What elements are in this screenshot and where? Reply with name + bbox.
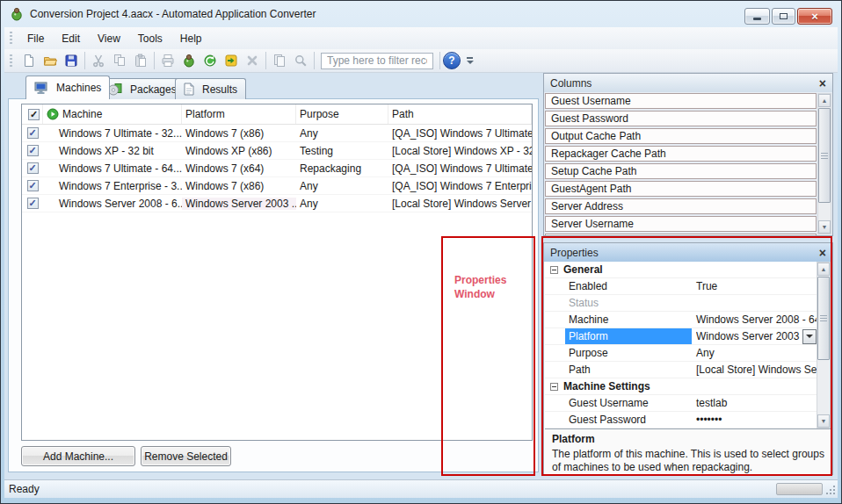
column-header-platform[interactable]: Platform [182, 104, 296, 124]
minimize-icon [753, 18, 761, 20]
scrollbar-thumb[interactable] [817, 277, 830, 360]
column-chip[interactable]: Server Address [545, 198, 817, 214]
property-row-status: Status [545, 295, 831, 312]
property-row-guest-password[interactable]: Guest Password ••••••• [545, 412, 831, 428]
close-button[interactable]: × [797, 8, 832, 25]
app-icon [10, 7, 24, 21]
table-row[interactable]: ✓ Windows 7 Ultimate - 64... Windows 7 (… [22, 160, 532, 177]
cell-path: [QA_ISO] Windows 7 Enterprise... [388, 180, 532, 192]
cell-platform: Windows 7 (x86) [182, 127, 296, 140]
column-chip[interactable]: Server Username [545, 216, 817, 232]
property-row-path[interactable]: Path [Local Store] Windows Ser [545, 362, 831, 378]
close-icon: × [811, 11, 818, 22]
chevron-down-icon [467, 61, 474, 64]
scroll-up-icon[interactable]: ▲ [818, 94, 831, 107]
status-bar: Ready [4, 479, 838, 498]
maximize-button[interactable] [772, 8, 795, 25]
cell-platform: Windows 7 (x64) [182, 162, 296, 175]
property-row-enabled[interactable]: Enabled True [545, 278, 831, 295]
column-chip[interactable]: Guest Username [545, 93, 817, 109]
cell-machine: Windows 7 Ultimate - 32... [43, 127, 182, 140]
title-bar: Conversion Project 4.aacx - Automated Ap… [1, 1, 841, 27]
properties-panel-title: Properties [550, 247, 599, 259]
cell-path: [QA_ISO] Windows 7 Ultimate ... [388, 127, 532, 140]
row-checkbox[interactable]: ✓ [27, 198, 39, 209]
group-machine-settings[interactable]: Machine Settings [545, 378, 831, 395]
platform-value: Windows Server 2003 R [696, 330, 802, 342]
toolbar-gripper[interactable] [10, 54, 12, 68]
columns-panel: Columns × Guest Username Guest Password … [543, 73, 833, 236]
tab-machines[interactable]: Machines [25, 76, 110, 99]
packages-tab-icon [108, 83, 122, 96]
column-chip[interactable]: Setup Cache Path [545, 163, 817, 179]
cell-platform: Windows XP (x86) [182, 145, 296, 157]
scrollbar-thumb[interactable] [818, 108, 831, 203]
toolbar-separator [439, 52, 440, 69]
columns-scrollbar[interactable]: ▲ ▼ [817, 93, 831, 234]
start-conversion-icon[interactable] [178, 51, 200, 70]
columns-panel-title: Columns [550, 77, 592, 90]
properties-scrollbar[interactable]: ▲ ▼ [817, 262, 831, 428]
scroll-down-icon[interactable]: ▼ [817, 414, 830, 428]
row-checkbox[interactable]: ✓ [27, 145, 39, 156]
close-icon[interactable]: × [819, 247, 826, 259]
table-row[interactable]: ✓ Windows 7 Enterprise - 3... Windows 7 … [22, 177, 532, 195]
properties-panel-header: Properties × [544, 243, 832, 262]
toolbar-overflow-button[interactable] [464, 51, 475, 70]
property-row-purpose[interactable]: Purpose Any [545, 345, 831, 362]
maximize-icon [780, 13, 788, 19]
row-checkbox[interactable]: ✓ [27, 180, 39, 191]
property-row-platform[interactable]: Platform Windows Server 2003 R [545, 328, 831, 345]
machine-list: ✓ Machine Platform Purpose Path ✓ Window… [21, 104, 533, 441]
property-row-guest-username[interactable]: Guest Username testlab [545, 395, 831, 412]
open-project-icon[interactable] [40, 51, 61, 70]
scroll-up-icon[interactable]: ▲ [817, 263, 830, 276]
filter-input[interactable] [321, 53, 433, 69]
help-icon[interactable]: ? [443, 52, 461, 69]
power-state-icon [47, 108, 59, 120]
resize-grip[interactable] [826, 486, 835, 494]
collapse-icon[interactable] [550, 266, 558, 274]
toolbar-separator [314, 52, 315, 69]
tab-packages[interactable]: Packages [99, 78, 185, 99]
collapse-icon[interactable] [550, 383, 558, 391]
progress-placeholder [776, 483, 823, 495]
column-header-path[interactable]: Path [388, 104, 532, 124]
platform-dropdown-button[interactable] [802, 329, 817, 344]
add-machine-button[interactable]: Add Machine... [21, 446, 135, 466]
group-general[interactable]: General [545, 262, 831, 278]
run-to-icon[interactable] [221, 51, 242, 70]
remove-selected-button[interactable]: Remove Selected [141, 446, 231, 466]
column-chip[interactable]: GuestAgent Path [545, 181, 817, 197]
save-project-icon[interactable] [61, 51, 82, 70]
menubar-gripper[interactable] [10, 32, 12, 45]
column-chip[interactable]: Repackager Cache Path [545, 146, 817, 162]
refresh-icon[interactable] [200, 51, 221, 70]
property-row-machine[interactable]: Machine Windows Server 2008 - 64 [545, 312, 831, 328]
column-chip[interactable]: Guest Password [545, 111, 817, 126]
column-chip[interactable]: Output Cache Path [545, 128, 817, 144]
new-project-icon[interactable] [18, 51, 40, 70]
tab-results[interactable]: Results [175, 78, 246, 99]
minimize-button[interactable] [744, 8, 770, 25]
table-row[interactable]: ✓ Windows 7 Ultimate - 32... Windows 7 (… [22, 125, 532, 142]
menu-help[interactable]: Help [171, 30, 211, 47]
column-header-machine[interactable]: Machine [43, 104, 182, 124]
menu-edit[interactable]: Edit [53, 30, 89, 47]
close-icon[interactable]: × [819, 77, 826, 90]
row-checkbox[interactable]: ✓ [27, 127, 39, 139]
column-header-purpose[interactable]: Purpose [296, 104, 388, 124]
menu-view[interactable]: View [89, 30, 129, 47]
table-row[interactable]: ✓ Windows Server 2008 - 6... Windows Ser… [22, 195, 532, 212]
menu-tools[interactable]: Tools [129, 30, 171, 47]
menu-file[interactable]: File [18, 30, 53, 47]
row-checkbox[interactable]: ✓ [27, 162, 39, 174]
column-chip[interactable]: Server Password [545, 234, 817, 235]
cell-purpose: Any [296, 180, 388, 192]
select-all-checkbox[interactable]: ✓ [22, 104, 43, 124]
property-description-title: Platform [552, 433, 824, 445]
toolbar-separator [154, 52, 155, 69]
scroll-down-icon[interactable]: ▼ [818, 220, 831, 234]
property-description: Platform The platform of this machine. T… [545, 428, 831, 473]
table-row[interactable]: ✓ Windows XP - 32 bit Windows XP (x86) T… [22, 142, 532, 160]
